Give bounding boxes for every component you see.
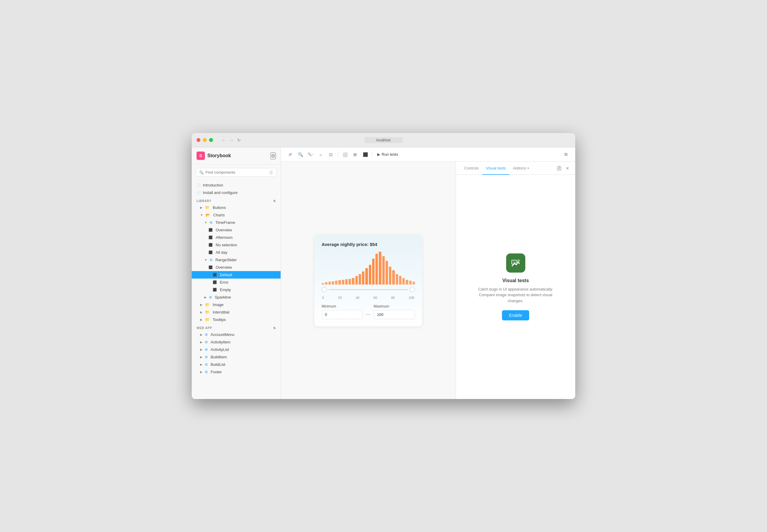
slider-handle-left[interactable] bbox=[322, 287, 327, 292]
close-panel-icon[interactable]: ✕ bbox=[564, 165, 570, 172]
maximize-button[interactable] bbox=[209, 138, 213, 142]
refresh-button[interactable]: ↺ bbox=[286, 150, 295, 159]
viewport-button[interactable]: ⬜ bbox=[340, 150, 349, 159]
visual-tests-icon bbox=[506, 253, 525, 273]
url-bar[interactable]: localhost bbox=[364, 137, 402, 143]
search-bar[interactable]: 🔍 / bbox=[196, 168, 277, 177]
search-input[interactable] bbox=[206, 170, 268, 175]
tab-controls[interactable]: Controls bbox=[461, 162, 482, 175]
histogram-bar bbox=[322, 283, 324, 285]
histogram-bar bbox=[362, 271, 364, 285]
axis-label: 40 bbox=[356, 296, 359, 299]
histogram-bar bbox=[365, 268, 368, 285]
visual-tests-title: Visual tests bbox=[502, 278, 529, 283]
help-icon[interactable]: ? bbox=[557, 165, 560, 171]
minimum-input[interactable] bbox=[322, 310, 363, 319]
sidebar-item-sparkline[interactable]: ▶ ⊞ Sparkline bbox=[192, 293, 281, 301]
axis-label: 60 bbox=[373, 296, 377, 299]
sidebar-item-image[interactable]: ▶ 📁 Image bbox=[192, 301, 281, 308]
tab-addons[interactable]: Addons ▾ bbox=[509, 162, 532, 175]
sidebar-item-builditem[interactable]: ▶ ⊞ BuildItem bbox=[192, 353, 281, 361]
histogram-bar bbox=[359, 274, 361, 285]
histogram-bar bbox=[345, 279, 348, 284]
sidebar-item-interstitial[interactable]: ▶ 📁 Interstitial bbox=[192, 308, 281, 316]
sidebar-item-label: BuildList bbox=[211, 362, 225, 367]
sidebar-item-tooltips[interactable]: ▶ 📁 Tooltips bbox=[192, 316, 281, 323]
chevron-down-icon: ▾ bbox=[527, 166, 529, 170]
sidebar-item-no-selection[interactable]: ⬛ No selection bbox=[192, 241, 281, 249]
sidebar-item-buttons[interactable]: ▶ 📁 Buttons bbox=[192, 204, 281, 211]
grid-button[interactable]: ⊞ bbox=[351, 150, 360, 159]
run-tests-button[interactable]: ▶ Run tests bbox=[375, 151, 401, 158]
histogram-bar bbox=[396, 274, 398, 285]
external-link-icon[interactable]: ⧉ bbox=[561, 150, 570, 159]
sidebar-item-label: BuildItem bbox=[211, 355, 227, 359]
expand-icon: ▶ bbox=[200, 363, 203, 366]
sidebar-item-label: Error bbox=[220, 280, 229, 285]
sidebar-item-rs-empty[interactable]: ⬛ Empty bbox=[192, 286, 281, 293]
close-button[interactable] bbox=[197, 138, 201, 142]
histogram-bar bbox=[338, 280, 341, 284]
sidebar-item-install[interactable]: 📄 Install and configure bbox=[192, 189, 281, 196]
histogram-bar bbox=[389, 267, 391, 285]
sidebar-item-all-day[interactable]: ⬛ All day bbox=[192, 249, 281, 256]
section-toggle-icon[interactable]: ⇅ bbox=[273, 326, 276, 330]
histogram-bar bbox=[412, 282, 415, 284]
histogram-bar bbox=[332, 281, 334, 285]
sidebar-item-label: RangeSlider bbox=[216, 258, 237, 262]
webapp-section-header: WEB APP ⇅ bbox=[192, 323, 281, 331]
fullscreen-button[interactable]: ⊡ bbox=[326, 150, 335, 159]
forward-icon[interactable]: → bbox=[230, 138, 234, 143]
tab-visual-tests[interactable]: Visual tests bbox=[482, 162, 509, 175]
slider-handle-right[interactable] bbox=[410, 287, 415, 292]
sidebar-item-label: All day bbox=[216, 250, 227, 255]
sidebar-item-charts[interactable]: ▼ 📂 Charts bbox=[192, 211, 281, 219]
sidebar-item-introduction[interactable]: 📄 Introduction bbox=[192, 181, 281, 189]
book-icon: 📄 bbox=[197, 183, 201, 187]
sidebar-item-label: Default bbox=[220, 273, 232, 277]
chart-widget: Average nightly price: $54 bbox=[314, 235, 422, 326]
section-toggle-icon[interactable]: ⇅ bbox=[273, 199, 276, 203]
sidebar-item-rs-default[interactable]: ⬛ Default bbox=[192, 271, 281, 279]
sidebar-item-accountmenu[interactable]: ▶ ⊞ AccountMenu bbox=[192, 331, 281, 338]
reload-icon[interactable]: ↻ bbox=[237, 138, 241, 143]
sidebar-item-label: Introduction bbox=[203, 183, 223, 187]
sidebar-item-afternoon[interactable]: ⬛ Afternoon bbox=[192, 234, 281, 241]
zoom-in-button[interactable]: 🔍 bbox=[296, 150, 305, 159]
histogram bbox=[322, 252, 415, 285]
minimize-button[interactable] bbox=[203, 138, 207, 142]
toolbar-divider bbox=[338, 152, 338, 158]
search-button[interactable]: ⌕ bbox=[316, 150, 325, 159]
visual-tests-description: Catch bugs in UI appearance automaticall… bbox=[474, 286, 557, 304]
sidebar-item-buildlist[interactable]: ▶ ⊞ BuildList bbox=[192, 361, 281, 368]
sidebar-item-activitylist[interactable]: ▶ ⊞ ActivityList bbox=[192, 346, 281, 353]
histogram-bar bbox=[382, 256, 385, 284]
histogram-bar bbox=[379, 252, 381, 285]
settings-icon[interactable]: ⚙ bbox=[271, 152, 276, 159]
sidebar-item-rangeslider[interactable]: ▼ ⊞ RangeSlider bbox=[192, 256, 281, 264]
expand-icon: ▶ bbox=[204, 296, 207, 299]
maximum-input[interactable] bbox=[374, 310, 415, 319]
play-icon: ▶ bbox=[377, 152, 380, 157]
chart-title: Average nightly price: $54 bbox=[322, 242, 415, 247]
svg-point-1 bbox=[517, 259, 520, 262]
sidebar: S Storybook ⚙ 🔍 / 📄 Introduction 📄 Inst bbox=[192, 147, 281, 399]
layout-button[interactable]: ⬛ bbox=[361, 150, 370, 159]
slider-row bbox=[322, 287, 415, 292]
sidebar-item-timeframe[interactable]: ▼ ⊞ TimeFrame bbox=[192, 219, 281, 226]
zoom-out-button[interactable]: 🔍− bbox=[306, 150, 315, 159]
enable-button[interactable]: Enable bbox=[502, 310, 529, 320]
back-icon[interactable]: ← bbox=[222, 138, 226, 143]
panel-header: Controls Visual tests Addons ▾ ⬜ bbox=[456, 162, 575, 175]
sidebar-item-rs-error[interactable]: ⬛ Error bbox=[192, 279, 281, 286]
sidebar-item-overview[interactable]: ⬛ Overview bbox=[192, 226, 281, 234]
tab-label: Addons bbox=[513, 166, 526, 170]
library-section-header: LIBRARY ⇅ bbox=[192, 196, 281, 204]
sidebar-item-rs-overview[interactable]: ⬛ Overview bbox=[192, 264, 281, 271]
logo-area: S Storybook bbox=[197, 152, 231, 160]
sidebar-item-label: Afternoon bbox=[216, 235, 233, 240]
sidebar-item-activityitem[interactable]: ▶ ⊞ ActivityItem bbox=[192, 338, 281, 346]
expand-icon: ▶ bbox=[200, 318, 203, 321]
sidebar-item-footer[interactable]: ▶ ⊞ Footer bbox=[192, 368, 281, 376]
minimum-label: Minimum bbox=[322, 304, 363, 308]
